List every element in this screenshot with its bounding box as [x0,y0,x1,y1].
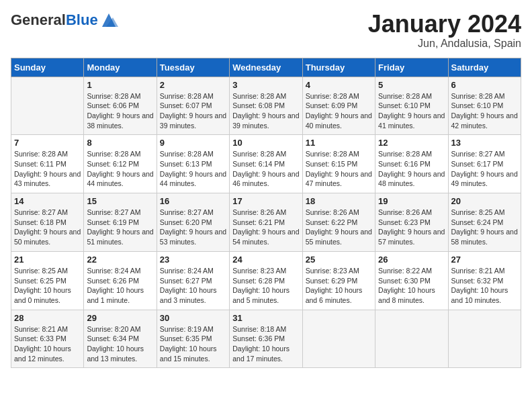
day-cell: 23Sunrise: 8:24 AMSunset: 6:27 PMDayligh… [157,251,229,310]
day-cell: 16Sunrise: 8:27 AMSunset: 6:20 PMDayligh… [157,193,229,252]
col-header-sunday: Sunday [11,58,84,77]
day-number: 21 [14,255,81,265]
day-info: Sunrise: 8:28 AMSunset: 6:10 PMDaylight:… [378,91,445,131]
day-cell: 29Sunrise: 8:20 AMSunset: 6:34 PMDayligh… [84,310,157,368]
day-info: Sunrise: 8:26 AMSunset: 6:22 PMDaylight:… [306,208,372,247]
day-number: 9 [160,138,226,148]
day-info: Sunrise: 8:25 AMSunset: 6:25 PMDaylight:… [14,266,81,306]
day-number: 23 [160,255,226,265]
day-number: 7 [14,138,81,148]
day-info: Sunrise: 8:18 AMSunset: 6:36 PMDaylight:… [232,324,299,364]
day-number: 8 [87,138,153,148]
day-number: 16 [160,196,226,206]
day-cell: 13Sunrise: 8:27 AMSunset: 6:17 PMDayligh… [448,135,521,193]
day-info: Sunrise: 8:20 AMSunset: 6:34 PMDaylight:… [87,324,153,364]
day-number: 30 [160,313,226,323]
day-info: Sunrise: 8:28 AMSunset: 6:14 PMDaylight:… [232,149,299,189]
calendar-table: SundayMondayTuesdayWednesdayThursdayFrid… [11,58,521,369]
week-row-2: 7Sunrise: 8:28 AMSunset: 6:11 PMDaylight… [11,135,521,193]
day-number: 10 [232,138,299,148]
day-cell: 6Sunrise: 8:28 AMSunset: 6:10 PMDaylight… [448,77,521,135]
col-header-thursday: Thursday [302,58,375,77]
title-block: January 2024 Jun, Andalusia, Spain [368,11,521,50]
day-number: 17 [232,196,299,206]
day-info: Sunrise: 8:24 AMSunset: 6:27 PMDaylight:… [160,266,226,306]
day-info: Sunrise: 8:28 AMSunset: 6:10 PMDaylight:… [451,91,518,131]
day-cell: 30Sunrise: 8:19 AMSunset: 6:35 PMDayligh… [157,310,229,368]
day-cell: 12Sunrise: 8:28 AMSunset: 6:16 PMDayligh… [375,135,448,193]
logo-blue-text: Blue [66,11,98,28]
day-cell: 9Sunrise: 8:28 AMSunset: 6:13 PMDaylight… [157,135,229,193]
logo: GeneralBlue [11,11,118,30]
day-cell: 27Sunrise: 8:21 AMSunset: 6:32 PMDayligh… [448,251,521,310]
day-cell: 2Sunrise: 8:28 AMSunset: 6:07 PMDaylight… [157,77,229,135]
day-cell: 25Sunrise: 8:23 AMSunset: 6:29 PMDayligh… [302,251,375,310]
day-number: 4 [306,80,372,90]
day-cell [11,77,84,135]
day-number: 26 [378,255,445,265]
day-number: 2 [160,80,226,90]
day-info: Sunrise: 8:26 AMSunset: 6:23 PMDaylight:… [378,208,445,247]
day-number: 3 [232,80,299,90]
day-info: Sunrise: 8:27 AMSunset: 6:20 PMDaylight:… [160,208,226,247]
week-row-1: 1Sunrise: 8:28 AMSunset: 6:06 PMDaylight… [11,77,521,135]
col-header-monday: Monday [84,58,157,77]
day-info: Sunrise: 8:22 AMSunset: 6:30 PMDaylight:… [378,266,445,306]
day-number: 28 [14,313,81,323]
day-cell [302,310,375,368]
day-info: Sunrise: 8:19 AMSunset: 6:35 PMDaylight:… [160,324,226,364]
col-header-saturday: Saturday [448,58,521,77]
day-cell: 24Sunrise: 8:23 AMSunset: 6:28 PMDayligh… [230,251,302,310]
logo-general-text: General [11,11,66,28]
day-number: 14 [14,196,81,206]
day-info: Sunrise: 8:26 AMSunset: 6:21 PMDaylight:… [232,208,299,247]
day-info: Sunrise: 8:27 AMSunset: 6:19 PMDaylight:… [87,208,153,247]
week-row-4: 21Sunrise: 8:25 AMSunset: 6:25 PMDayligh… [11,251,521,310]
day-number: 5 [378,80,445,90]
day-number: 22 [87,255,153,265]
col-header-tuesday: Tuesday [157,58,229,77]
day-number: 13 [451,138,518,148]
main-title: January 2024 [368,11,521,38]
week-row-3: 14Sunrise: 8:27 AMSunset: 6:18 PMDayligh… [11,193,521,252]
day-number: 27 [451,255,518,265]
day-number: 31 [232,313,299,323]
day-info: Sunrise: 8:28 AMSunset: 6:08 PMDaylight:… [232,91,299,131]
day-number: 18 [306,196,372,206]
day-cell: 19Sunrise: 8:26 AMSunset: 6:23 PMDayligh… [375,193,448,252]
day-cell: 8Sunrise: 8:28 AMSunset: 6:12 PMDaylight… [84,135,157,193]
day-cell: 3Sunrise: 8:28 AMSunset: 6:08 PMDaylight… [230,77,302,135]
day-cell: 17Sunrise: 8:26 AMSunset: 6:21 PMDayligh… [230,193,302,252]
day-info: Sunrise: 8:28 AMSunset: 6:06 PMDaylight:… [87,91,153,131]
day-info: Sunrise: 8:21 AMSunset: 6:33 PMDaylight:… [14,324,81,364]
day-cell: 15Sunrise: 8:27 AMSunset: 6:19 PMDayligh… [84,193,157,252]
day-number: 29 [87,313,153,323]
day-cell [375,310,448,368]
day-cell: 11Sunrise: 8:28 AMSunset: 6:15 PMDayligh… [302,135,375,193]
day-cell [448,310,521,368]
day-info: Sunrise: 8:27 AMSunset: 6:17 PMDaylight:… [451,149,518,189]
day-cell: 10Sunrise: 8:28 AMSunset: 6:14 PMDayligh… [230,135,302,193]
day-cell: 21Sunrise: 8:25 AMSunset: 6:25 PMDayligh… [11,251,84,310]
day-number: 1 [87,80,153,90]
day-number: 19 [378,196,445,206]
day-info: Sunrise: 8:24 AMSunset: 6:26 PMDaylight:… [87,266,153,306]
calendar-header-row: SundayMondayTuesdayWednesdayThursdayFrid… [11,58,521,77]
day-info: Sunrise: 8:28 AMSunset: 6:13 PMDaylight:… [160,149,226,189]
col-header-friday: Friday [375,58,448,77]
day-info: Sunrise: 8:21 AMSunset: 6:32 PMDaylight:… [451,266,518,306]
week-row-5: 28Sunrise: 8:21 AMSunset: 6:33 PMDayligh… [11,310,521,368]
day-cell: 18Sunrise: 8:26 AMSunset: 6:22 PMDayligh… [302,193,375,252]
day-cell: 20Sunrise: 8:25 AMSunset: 6:24 PMDayligh… [448,193,521,252]
day-info: Sunrise: 8:23 AMSunset: 6:28 PMDaylight:… [232,266,299,306]
day-cell: 14Sunrise: 8:27 AMSunset: 6:18 PMDayligh… [11,193,84,252]
day-cell: 26Sunrise: 8:22 AMSunset: 6:30 PMDayligh… [375,251,448,310]
logo-icon [99,11,118,30]
day-info: Sunrise: 8:23 AMSunset: 6:29 PMDaylight:… [306,266,372,306]
day-number: 15 [87,196,153,206]
day-number: 25 [306,255,372,265]
col-header-wednesday: Wednesday [230,58,302,77]
day-number: 24 [232,255,299,265]
day-number: 11 [306,138,372,148]
day-info: Sunrise: 8:28 AMSunset: 6:11 PMDaylight:… [14,149,81,189]
